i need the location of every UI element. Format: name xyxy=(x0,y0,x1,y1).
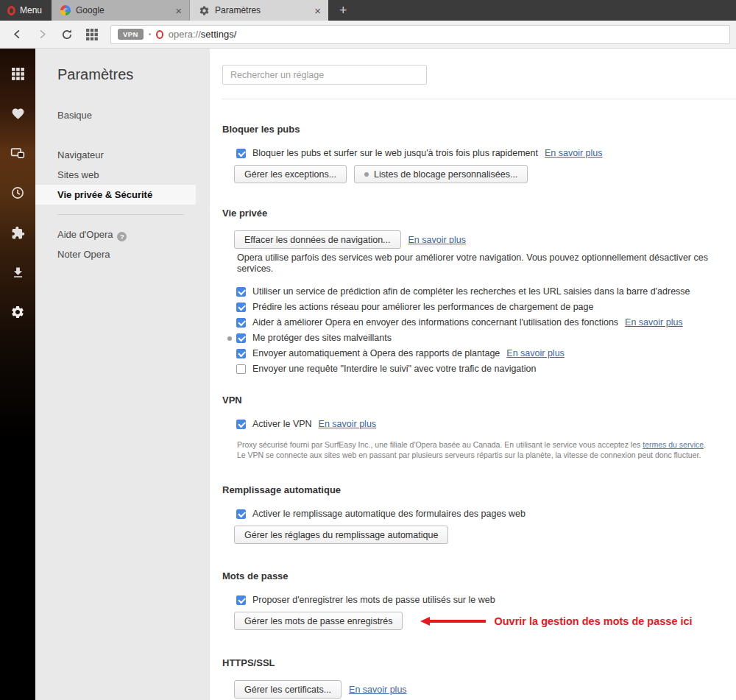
checkbox-label: Me protéger des sites malveillants xyxy=(252,333,392,344)
checkbox-label: Envoyer automatiquement à Opera des rapp… xyxy=(252,348,500,359)
rail-item-extensions[interactable] xyxy=(0,213,35,252)
new-indicator-dot xyxy=(364,172,369,177)
devices-icon xyxy=(10,146,25,160)
opera-menu-button[interactable]: Menu xyxy=(0,0,52,21)
checkbox-label: Activer le remplissage automatique des f… xyxy=(252,509,526,520)
section-title-autofill: Remplissage automatique xyxy=(222,484,736,495)
privacy-checkbox-row: Envoyer une requête "Interdire le suivi"… xyxy=(236,364,736,375)
manage-autofill-button[interactable]: Gérer les réglages du remplissage automa… xyxy=(234,526,448,544)
crash-reports-checkbox[interactable] xyxy=(236,349,246,358)
clock-icon xyxy=(10,185,25,200)
sidebar-item-sites-web[interactable]: Sites web xyxy=(35,165,210,185)
menu-label: Menu xyxy=(20,5,42,15)
autofill-checkbox-row: Activer le remplissage automatique des f… xyxy=(236,509,736,520)
heart-icon xyxy=(11,107,25,121)
settings-search-input[interactable] xyxy=(222,65,427,85)
adblock-learn-more-link[interactable]: En savoir plus xyxy=(545,148,603,159)
clear-browsing-data-row: Effacer les données de navigation... En … xyxy=(234,230,736,249)
vpn-badge[interactable]: VPN xyxy=(118,29,144,40)
rail-item-bookmarks[interactable] xyxy=(0,93,35,133)
tab-google[interactable]: Google × xyxy=(52,0,190,21)
network-prediction-checkbox[interactable] xyxy=(236,303,246,312)
forward-button[interactable] xyxy=(31,24,53,45)
vpn-learn-more-link[interactable]: En savoir plus xyxy=(319,419,377,430)
settings-sidebar: Paramètres Basique Navigateur Sites web … xyxy=(35,49,210,700)
gear-favicon xyxy=(199,5,210,16)
privacy-checkbox-row: Prédire les actions réseau pour améliore… xyxy=(236,302,736,313)
adblock-label: Bloquer les pubs et surfer sur le web ju… xyxy=(252,148,538,159)
help-icon: ? xyxy=(117,232,127,241)
tab-close-icon[interactable]: × xyxy=(311,5,324,16)
improve-learn-more-link[interactable]: En savoir plus xyxy=(625,317,683,328)
adblock-buttons-row: Gérer les exceptions... Listes de blocag… xyxy=(234,165,736,183)
section-title-https: HTTPS/SSL xyxy=(222,657,736,668)
tab-bar: Menu Google × Paramètres × + xyxy=(0,0,736,21)
rail-item-devices[interactable] xyxy=(0,133,35,173)
do-not-track-checkbox[interactable] xyxy=(236,364,246,374)
vpn-note-period: . xyxy=(704,440,706,449)
manage-certificates-button[interactable]: Gérer les certificats... xyxy=(234,680,342,699)
enable-vpn-checkbox[interactable] xyxy=(236,420,246,429)
rail-item-speed-dial[interactable] xyxy=(0,54,35,93)
adblock-checkbox[interactable] xyxy=(236,149,246,158)
section-title-adblock: Bloquer les pubs xyxy=(222,124,736,135)
speed-dial-grid-button[interactable] xyxy=(81,24,103,45)
rail-item-history[interactable] xyxy=(0,173,35,213)
new-tab-button[interactable]: + xyxy=(328,0,358,21)
annotation-arrow-icon xyxy=(420,617,430,626)
manage-saved-passwords-button[interactable]: Gérer les mots de passe enregistrés xyxy=(234,612,403,630)
passwords-buttons-row: Gérer les mots de passe enregistrés Ouvr… xyxy=(234,612,736,630)
save-passwords-checkbox[interactable] xyxy=(236,595,246,605)
reload-button[interactable] xyxy=(56,24,78,45)
rail-item-downloads[interactable] xyxy=(0,252,35,292)
sidebar-item-noter-opera[interactable]: Noter Opera xyxy=(35,244,110,264)
url-field[interactable]: VPN opera://settings/ xyxy=(110,25,730,44)
privacy-checkbox-row: Me protéger des sites malveillants xyxy=(236,333,736,344)
opera-logo-icon xyxy=(7,6,15,15)
tab-title: Paramètres xyxy=(215,5,306,15)
clear-browsing-data-button[interactable]: Effacer les données de navigation... xyxy=(234,230,401,249)
terms-of-service-link[interactable]: termes du service xyxy=(643,440,704,449)
vpn-note-text-2: Le VPN se connecte aux sites web en pass… xyxy=(237,450,701,459)
tab-close-icon[interactable]: × xyxy=(172,5,185,16)
url-scheme: opera:// xyxy=(169,29,201,40)
manage-exceptions-button[interactable]: Gérer les exceptions... xyxy=(234,165,347,183)
crash-learn-more-link[interactable]: En savoir plus xyxy=(506,348,565,359)
forward-arrow-icon xyxy=(37,29,48,40)
opera-browser-window: Menu Google × Paramètres × + xyxy=(0,0,736,700)
new-indicator-dot xyxy=(227,336,232,341)
content-divider xyxy=(222,99,736,99)
page-title: Paramètres xyxy=(57,66,133,83)
enable-autofill-checkbox[interactable] xyxy=(236,509,246,519)
tab-settings[interactable]: Paramètres × xyxy=(190,0,328,21)
sidebar-divider xyxy=(57,214,184,215)
https-buttons-row: Gérer les certificats... En savoir plus xyxy=(234,680,736,699)
malware-protection-checkbox[interactable] xyxy=(236,333,246,343)
rail-item-settings[interactable] xyxy=(0,292,35,332)
google-favicon xyxy=(60,5,71,15)
privacy-learn-more-link[interactable]: En savoir plus xyxy=(408,235,467,245)
button-label: Gérer les réglages du remplissage automa… xyxy=(244,530,438,540)
https-learn-more-link[interactable]: En savoir plus xyxy=(349,685,407,695)
prediction-service-checkbox[interactable] xyxy=(236,287,246,297)
button-label: Gérer les certificats... xyxy=(244,685,331,695)
vpn-note: Proxy sécurisé fourni par SurfEasy Inc.,… xyxy=(237,439,736,460)
custom-blocklists-button[interactable]: Listes de blocage personnalisées... xyxy=(354,165,528,183)
help-label: Aide d'Opera xyxy=(57,229,113,240)
improve-opera-checkbox[interactable] xyxy=(236,318,246,328)
button-label: Effacer les données de navigation... xyxy=(244,235,391,245)
back-arrow-icon xyxy=(12,29,23,40)
sidebar-item-basique[interactable]: Basique xyxy=(35,105,210,125)
sidebar-item-navigateur[interactable]: Navigateur xyxy=(35,145,210,165)
privacy-checkbox-row: Aider à améliorer Opera en envoyer des i… xyxy=(236,317,736,328)
button-label: Gérer les exceptions... xyxy=(244,169,336,180)
button-label: Gérer les mots de passe enregistrés xyxy=(244,616,392,626)
vpn-checkbox-row: Activer le VPN En savoir plus xyxy=(236,419,736,430)
back-button[interactable] xyxy=(6,24,28,45)
sidebar-item-aide[interactable]: Aide d'Opera? xyxy=(35,225,127,244)
settings-content: Bloquer les pubs Bloquer les pubs et sur… xyxy=(210,49,736,700)
autofill-buttons-row: Gérer les réglages du remplissage automa… xyxy=(234,526,736,544)
opera-page-icon xyxy=(156,30,163,39)
checkbox-label: Aider à améliorer Opera en envoyer des i… xyxy=(252,317,618,328)
sidebar-item-vie-privee-securite[interactable]: Vie privée & Sécurité xyxy=(35,185,196,205)
